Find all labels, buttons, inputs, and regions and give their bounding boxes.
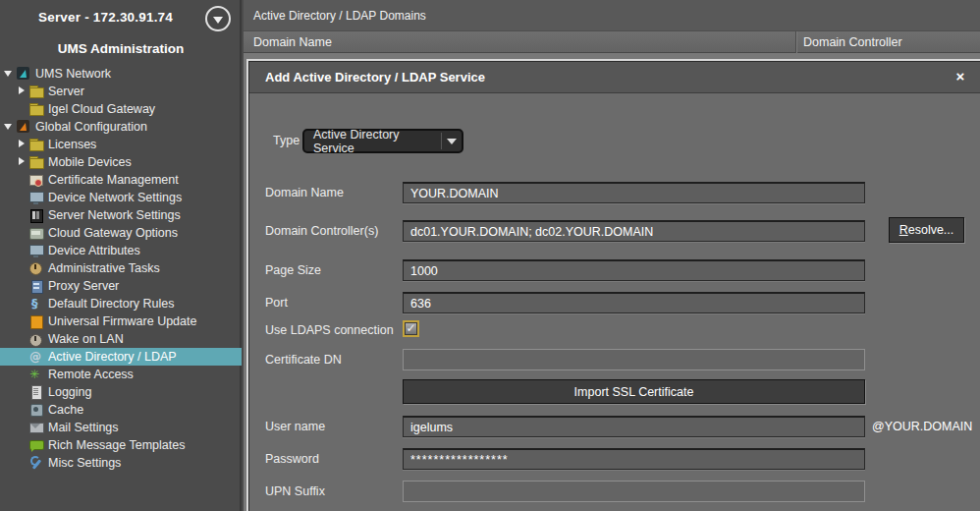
user-name-input[interactable] xyxy=(403,416,865,437)
tree-item-label: Mobile Devices xyxy=(43,155,132,169)
column-header-domain-controller[interactable]: Domain Controller xyxy=(803,31,902,53)
tree-item-label: Certificate Management xyxy=(43,173,179,187)
tree-item-mail-settings[interactable]: Mail Settings xyxy=(0,419,242,436)
tree-item-label: Server xyxy=(43,85,84,98)
page-title: Active Directory / LDAP Domains xyxy=(244,0,980,31)
expander-down-icon[interactable] xyxy=(4,122,14,132)
chevron-down-icon xyxy=(213,17,223,24)
tree-item-label: Proxy Server xyxy=(43,279,119,293)
monitor-icon xyxy=(28,244,43,257)
at-sign-icon xyxy=(28,350,43,364)
tree-item-mobile-devices[interactable]: Mobile Devices xyxy=(0,153,242,171)
tree-item-wake-on-lan[interactable]: Wake on LAN xyxy=(0,330,242,348)
tree-item-label: Rich Message Templates xyxy=(43,438,185,452)
server-dropdown-button[interactable] xyxy=(205,6,231,31)
folder-icon xyxy=(28,155,43,169)
type-select[interactable]: Active Directory Service xyxy=(302,129,463,153)
import-ssl-certificate-button[interactable]: Import SSL Certificate xyxy=(403,379,865,404)
tree-item-universal-firmware-update[interactable]: Universal Firmware Update xyxy=(0,312,242,330)
tree-item-logging[interactable]: Logging xyxy=(0,383,242,401)
tree-item-label: Igel Cloud Gateway xyxy=(43,102,155,116)
server-title: Server - 172.30.91.74 xyxy=(10,10,201,25)
domain-controllers-label: Domain Controller(s) xyxy=(265,220,378,242)
port-input[interactable] xyxy=(403,292,865,313)
tree-item-label: Active Directory / LDAP xyxy=(43,350,177,364)
tree-item-misc-settings[interactable]: Misc Settings xyxy=(0,454,242,472)
tree-item-certificate-management[interactable]: Certificate Management xyxy=(0,171,242,189)
alarm-clock-icon xyxy=(28,332,43,346)
use-ldaps-label: Use LDAPS connection xyxy=(265,319,394,341)
expander-right-icon[interactable] xyxy=(17,86,27,96)
tree-item-proxy-server[interactable]: Proxy Server xyxy=(0,277,242,295)
starburst-icon xyxy=(28,368,43,381)
global-configuration-icon xyxy=(16,120,30,134)
tree-item-label: Device Network Settings xyxy=(43,191,182,204)
password-input[interactable] xyxy=(403,448,865,470)
page-size-input[interactable] xyxy=(403,259,865,281)
port-label: Port xyxy=(265,292,288,313)
tree-item-server[interactable]: Server xyxy=(0,83,242,100)
dialog-title: Add Active Directory / LDAP Service xyxy=(249,62,980,93)
monitor-icon xyxy=(28,191,43,204)
expander-right-icon[interactable] xyxy=(17,140,27,149)
tree-item-cache[interactable]: Cache xyxy=(0,401,242,419)
domain-name-label: Domain Name xyxy=(265,182,344,203)
tree-item-server-network-settings[interactable]: Server Network Settings xyxy=(0,206,242,224)
log-document-icon xyxy=(28,385,43,399)
page-size-label: Page Size xyxy=(265,259,321,281)
username-domain-suffix: @YOUR.DOMAIN xyxy=(872,416,972,437)
tree-item-cloud-gateway-options[interactable]: Cloud Gateway Options xyxy=(0,224,242,242)
checkmark-icon: ✓ xyxy=(406,321,415,335)
tree-item-label: Universal Firmware Update xyxy=(43,314,196,328)
domain-controllers-input[interactable] xyxy=(403,220,865,242)
proxy-server-icon xyxy=(28,279,43,293)
domain-name-input[interactable] xyxy=(403,182,865,203)
tree-item-label: Global Configuration xyxy=(30,120,147,134)
tree-item-global-configuration[interactable]: Global Configuration xyxy=(0,118,242,136)
close-icon[interactable]: × xyxy=(953,69,968,85)
upn-suffix-input[interactable] xyxy=(403,481,865,502)
use-ldaps-checkbox[interactable]: ✓ xyxy=(403,320,419,337)
domains-table-header: Domain Name Domain Controller xyxy=(244,31,980,53)
tree-item-device-attributes[interactable]: Device Attributes xyxy=(0,242,242,259)
resolve-button[interactable]: Resolve... xyxy=(889,217,964,243)
tree-item-device-network-settings[interactable]: Device Network Settings xyxy=(0,189,242,206)
tree-item-label: Cache xyxy=(43,403,83,417)
chevron-down-icon[interactable] xyxy=(442,131,462,151)
expander-right-icon[interactable] xyxy=(17,157,27,167)
tree-item-active-directory-ldap[interactable]: Active Directory / LDAP xyxy=(0,348,242,366)
tree-item-label: Server Network Settings xyxy=(43,208,181,222)
message-bubble-icon xyxy=(28,438,43,452)
type-label: Type xyxy=(273,130,299,151)
ums-administration-window: Server - 172.30.91.74 UMS Administration… xyxy=(0,0,980,511)
tree-item-label: Cloud Gateway Options xyxy=(43,226,178,240)
tree-item-label: Remote Access xyxy=(43,368,134,381)
folder-icon xyxy=(28,85,43,98)
tree-item-label: Device Attributes xyxy=(43,244,140,257)
tree-item-administrative-tasks[interactable]: Administrative Tasks xyxy=(0,259,242,277)
tree-item-licenses[interactable]: Licenses xyxy=(0,136,242,153)
tree-item-remote-access[interactable]: Remote Access xyxy=(0,366,242,383)
tree-item-default-directory-rules[interactable]: Default Directory Rules xyxy=(0,295,242,312)
certificate-dn-input[interactable] xyxy=(403,349,865,370)
column-divider[interactable] xyxy=(795,31,796,53)
tree-item-igel-cloud-gateway[interactable]: Igel Cloud Gateway xyxy=(0,100,242,118)
password-label: Password xyxy=(265,448,319,470)
expander-down-icon[interactable] xyxy=(4,69,14,79)
column-header-domain-name[interactable]: Domain Name xyxy=(253,31,332,53)
folder-icon xyxy=(28,138,43,151)
tree-item-label: UMS Network xyxy=(30,67,111,81)
firmware-icon xyxy=(28,314,43,328)
sidebar: Server - 172.30.91.74 UMS Administration… xyxy=(0,0,242,511)
upn-suffix-label: UPN Suffix xyxy=(265,481,325,502)
navigation-tree: UMS Network Server Igel Cloud Gateway Gl… xyxy=(0,65,242,472)
tree-item-rich-message-templates[interactable]: Rich Message Templates xyxy=(0,436,242,454)
cache-disk-icon xyxy=(28,403,43,417)
tree-item-ums-network[interactable]: UMS Network xyxy=(0,65,242,83)
sidebar-section-title: UMS Administration xyxy=(0,41,242,56)
folder-icon xyxy=(28,102,43,116)
cloud-gateway-icon xyxy=(28,226,43,240)
tree-item-label: Licenses xyxy=(43,138,96,151)
tree-item-label: Wake on LAN xyxy=(43,332,124,346)
tree-item-label: Mail Settings xyxy=(43,421,119,434)
